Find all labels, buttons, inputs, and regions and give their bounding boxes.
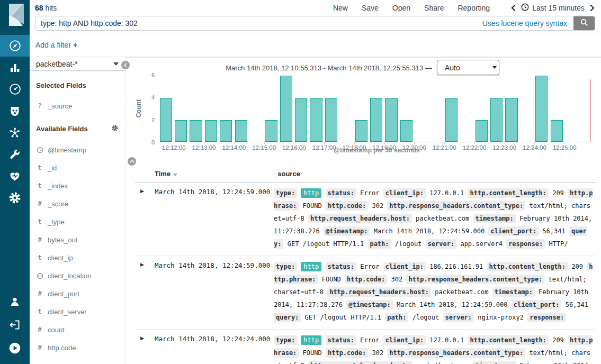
field-item-_id[interactable]: t_id [36, 159, 119, 177]
x-tick-label: 12:16:00 [282, 144, 306, 151]
field-settings-gear-icon[interactable] [111, 124, 119, 133]
nav-item-graph[interactable] [0, 122, 30, 143]
histogram-bar[interactable] [370, 98, 382, 142]
field-type-string-icon: t [36, 254, 43, 261]
menu-save[interactable]: Save [362, 4, 379, 12]
nav-item-discover[interactable] [0, 35, 30, 57]
source-field-key: http.response_headers.content_type: [387, 348, 525, 358]
discover-panel: March 14th 2018, 12:10:55.313 - March 14… [125, 57, 601, 364]
hits-label: hits [45, 4, 57, 12]
interval-select[interactable]: Auto [437, 60, 499, 75]
x-tick-label: 12:24:00 [523, 144, 546, 151]
menu-reporting[interactable]: Reporting [458, 4, 490, 12]
field-item-_score[interactable]: #_score [36, 195, 119, 213]
lucene-syntax-link[interactable]: Uses lucene query syntax [476, 19, 573, 28]
source-field-key: status: [326, 262, 357, 271]
field-item-count[interactable]: #count [36, 321, 119, 339]
source-field-key: @timestamp: [346, 300, 392, 310]
source-field-key: http.request_headers.host: [327, 287, 431, 297]
row-time: March 14th 2018, 12:24:59.000 [155, 187, 274, 250]
field-item-@timestamp[interactable]: @timestamp [36, 141, 119, 159]
nav-item-account[interactable] [0, 290, 30, 313]
field-item-client_port[interactable]: #client_port [36, 285, 119, 303]
nav-item-monitoring[interactable] [0, 165, 30, 187]
nav-item-management[interactable] [0, 187, 30, 208]
source-field-value: packetbeat.com [435, 288, 488, 296]
field-item-_source[interactable]: ?_source [36, 97, 119, 115]
collapse-sidebar-icon[interactable] [121, 61, 130, 69]
time-back-icon[interactable] [511, 4, 516, 12]
histogram-bar[interactable] [476, 120, 488, 142]
histogram-bar[interactable] [490, 98, 503, 142]
time-forward-icon[interactable] [590, 4, 595, 12]
menu-share[interactable]: Share [424, 4, 444, 12]
field-item-http.code[interactable]: #http.code [36, 339, 119, 357]
expand-row-icon[interactable]: ▶ [135, 187, 155, 250]
histogram-bar[interactable] [505, 98, 517, 142]
available-fields-heading: Available Fields [36, 124, 119, 133]
nav-item-dashboard[interactable] [0, 78, 30, 100]
search-button[interactable] [573, 16, 595, 31]
histogram-bar[interactable] [190, 120, 202, 142]
time-column-header[interactable]: Time [155, 170, 274, 178]
kibana-app: 68 hits New Save Open Share Reporting [0, 0, 601, 364]
field-item-client_server[interactable]: tclient_server [36, 303, 119, 321]
source-field-key: client_ip: [383, 262, 426, 271]
source-field-key: response: [506, 239, 545, 249]
histogram-bar[interactable] [205, 120, 217, 142]
nav-item-timelion[interactable] [0, 100, 30, 122]
kibana-logo[interactable] [0, 0, 30, 30]
histogram-bar[interactable] [235, 120, 247, 142]
field-item-_type[interactable]: t_type [36, 213, 119, 231]
nav-item-dev-tools[interactable] [0, 143, 30, 165]
source-field-key: status: [326, 335, 357, 345]
menu-new[interactable]: New [333, 4, 348, 12]
field-item-_index[interactable]: t_index [36, 177, 119, 195]
histogram-bar[interactable] [160, 98, 172, 142]
index-pattern-select[interactable]: packetbeat-* [30, 57, 125, 71]
histogram-bar[interactable] [310, 98, 322, 142]
histogram-bar[interactable] [445, 98, 458, 142]
collapse-chart-icon[interactable] [128, 157, 136, 166]
chevron-down-icon [113, 62, 119, 66]
histogram-bar[interactable] [220, 120, 232, 142]
expand-row-icon[interactable]: ▶ [135, 260, 155, 324]
chart-time-range: March 14th 2018, 12:10:55.313 - March 14… [226, 64, 432, 72]
source-field-value-highlighted: http [301, 262, 321, 271]
search-input[interactable] [35, 19, 476, 28]
selected-fields-list: ?_source [36, 97, 119, 115]
nav-item-tour[interactable] [0, 336, 30, 360]
source-field-value: app.server4 [460, 240, 502, 248]
discover-icon [8, 39, 22, 52]
nav-item-logout[interactable] [0, 313, 30, 336]
time-range-button[interactable]: Last 15 minutes [521, 3, 585, 13]
histogram-bar[interactable] [280, 76, 292, 142]
source-field-key: @timestamp: [324, 226, 370, 236]
histogram-bar[interactable] [265, 120, 277, 142]
clock-icon [521, 3, 529, 13]
histogram-bar[interactable] [325, 98, 337, 142]
row-time: March 14th 2018, 12:24:24.000 [155, 334, 274, 364]
hits-summary: 68 hits [35, 4, 57, 12]
source-field-value: FOUND [303, 349, 322, 357]
chevron-down-icon [490, 60, 499, 75]
menu-open[interactable]: Open [392, 4, 410, 12]
interval-value: Auto [437, 63, 460, 72]
source-field-key: http.request_headers.host: [308, 361, 412, 364]
histogram-bar[interactable] [535, 76, 548, 142]
field-item-client_location[interactable]: client_location [36, 267, 119, 285]
source-field-key: path: [385, 313, 408, 322]
histogram-bar[interactable] [295, 98, 307, 142]
histogram-bar[interactable] [385, 98, 397, 142]
histogram-bar[interactable] [355, 120, 367, 142]
field-item-bytes_out[interactable]: #bytes_out [36, 231, 119, 249]
field-item-client_ip[interactable]: tclient_ip [36, 249, 119, 267]
nav-bottom [0, 290, 30, 364]
histogram-bar[interactable] [551, 120, 563, 142]
nav-item-visualize[interactable] [0, 57, 30, 78]
add-filter-button[interactable]: Add a filter+ [35, 41, 77, 49]
expand-row-icon[interactable]: ▶ [135, 334, 155, 364]
histogram-bar[interactable] [400, 120, 412, 142]
histogram-bar[interactable] [175, 120, 187, 142]
source-field-value: /logout [395, 240, 422, 248]
